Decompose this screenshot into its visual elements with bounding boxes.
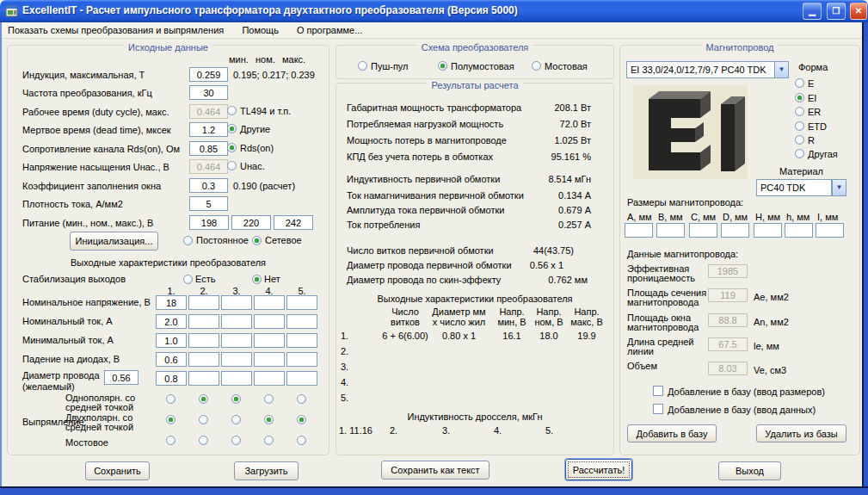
rect-r2c5-radio[interactable] — [297, 415, 306, 424]
rect-r3c3-radio[interactable] — [231, 436, 241, 445]
supply-nom-input[interactable] — [231, 215, 271, 230]
shape-r-radio[interactable] — [795, 135, 804, 145]
other-driver-radio[interactable] — [227, 124, 237, 133]
dead-time-input[interactable] — [189, 122, 228, 137]
material-label: Материал — [779, 166, 823, 176]
rect-r3c5-radio[interactable] — [297, 436, 306, 445]
size-i-input[interactable] — [816, 223, 844, 238]
size-a-input[interactable] — [625, 223, 653, 238]
delete-from-db-button[interactable]: Удалить из базы — [756, 424, 846, 442]
nom-current-3[interactable] — [221, 314, 252, 329]
bridge-radio[interactable] — [532, 61, 541, 71]
wire-dia-1[interactable] — [156, 371, 187, 386]
add-to-db-button[interactable]: Добавить в базу — [627, 424, 717, 442]
calculate-button[interactable]: Рассчитать! — [565, 459, 632, 480]
halfbridge-radio[interactable] — [438, 61, 447, 71]
tl494-radio[interactable] — [227, 106, 237, 115]
init-button[interactable]: Инициализация... — [70, 232, 158, 251]
shape-er-radio[interactable] — [795, 107, 804, 116]
add-data-checkbox[interactable] — [653, 404, 663, 414]
shape-e-radio[interactable] — [795, 78, 804, 88]
exit-button[interactable]: Выход — [718, 461, 781, 480]
supply-max-input[interactable] — [274, 215, 313, 230]
diode-drop-1[interactable] — [156, 352, 187, 367]
rect-r1c2-radio[interactable] — [199, 394, 208, 404]
diode-drop-4[interactable] — [254, 352, 285, 367]
close-button[interactable]: ✕ — [850, 3, 867, 20]
window-fill-input[interactable] — [189, 178, 228, 193]
rect-r3c1-radio[interactable] — [166, 436, 175, 445]
rect-r1c1-radio[interactable] — [166, 394, 175, 404]
size-c-input[interactable] — [689, 223, 717, 238]
diode-drop-3[interactable] — [221, 352, 252, 367]
nom-current-4[interactable] — [254, 314, 285, 329]
wire-dia-4[interactable] — [254, 371, 285, 386]
stab-no-radio[interactable] — [252, 275, 262, 284]
nom-voltage-5[interactable] — [286, 295, 317, 310]
size-d-input[interactable] — [721, 223, 749, 238]
rect-r1c4-radio[interactable] — [264, 394, 274, 404]
pushpull-label: Пуш-пул — [371, 61, 409, 71]
core-select-arrow-icon[interactable]: ▼ — [774, 61, 789, 78]
menu-item-help[interactable]: Помощь — [234, 22, 286, 35]
min-current-1[interactable] — [156, 333, 187, 348]
supply-min-input[interactable] — [189, 215, 229, 230]
wire-dia-5[interactable] — [286, 371, 317, 386]
minimize-button[interactable]: ▁ — [803, 3, 822, 20]
shape-etd-radio[interactable] — [795, 121, 804, 131]
current-density-input[interactable] — [189, 196, 228, 211]
shape-ei-radio[interactable] — [795, 93, 804, 102]
rect-r2c3-radio[interactable] — [231, 415, 241, 424]
frequency-input[interactable] — [189, 85, 228, 100]
shape-other-radio[interactable] — [795, 149, 804, 158]
rect-r3c2-radio[interactable] — [199, 436, 208, 445]
rds-radio[interactable] — [227, 143, 237, 152]
min-current-4[interactable] — [254, 333, 285, 348]
pushpull-radio[interactable] — [358, 61, 367, 71]
nom-voltage-3[interactable] — [221, 295, 252, 310]
load-button[interactable]: Загрузить — [234, 461, 299, 480]
core-select[interactable]: EI 33,0/24,0/12,7/9,7 PC40 TDK — [626, 61, 775, 78]
rect-r2c2-radio[interactable] — [199, 415, 208, 424]
size-c-label: С, мм — [691, 212, 716, 222]
induction-input[interactable] — [189, 67, 228, 82]
material-select-arrow-icon[interactable]: ▼ — [832, 179, 846, 196]
diode-drop-2[interactable] — [188, 352, 219, 367]
wire-dia-desired[interactable] — [104, 370, 139, 385]
supply-label: Питание (мин., ном., макс.), В — [22, 218, 153, 228]
nom-current-1[interactable] — [156, 314, 187, 329]
rds-on-input[interactable] — [189, 141, 228, 156]
save-button[interactable]: Сохранить — [85, 461, 150, 480]
min-current-2[interactable] — [188, 333, 219, 348]
add-sizes-checkbox[interactable] — [653, 386, 663, 396]
rect-r1c5-radio[interactable] — [297, 394, 306, 404]
nom-current-2[interactable] — [188, 314, 219, 329]
wire-dia-2[interactable] — [188, 371, 219, 386]
stab-yes-radio[interactable] — [183, 275, 193, 284]
size-hs-input[interactable] — [785, 223, 813, 238]
material-select[interactable]: PC40 TDK — [756, 179, 832, 196]
size-h-input[interactable] — [754, 223, 782, 238]
diode-drop-5[interactable] — [286, 352, 317, 367]
duty-cycle-label: Рабочее время (duty cycle), макс. — [22, 107, 169, 117]
menu-item-about[interactable]: О программе... — [289, 22, 370, 35]
unas-radio[interactable] — [227, 161, 237, 170]
nom-voltage-2[interactable] — [188, 295, 219, 310]
ac-supply-radio[interactable] — [252, 236, 262, 245]
min-current-3[interactable] — [221, 333, 252, 348]
menu-item-schemes[interactable]: Показать схемы преобразования и выпрямле… — [0, 22, 231, 35]
rect-r2c4-radio[interactable] — [264, 415, 274, 424]
rect-r2c1-radio[interactable] — [166, 415, 175, 424]
rect-r3c4-radio[interactable] — [264, 436, 274, 445]
save-as-text-button[interactable]: Сохранить как текст — [381, 461, 489, 480]
maximize-button[interactable]: ❒ — [827, 3, 846, 20]
choke-3: 3. — [442, 425, 450, 436]
size-b-input[interactable] — [656, 223, 685, 238]
rect-r1c3-radio[interactable] — [231, 394, 241, 404]
nom-voltage-4[interactable] — [254, 295, 285, 310]
min-current-5[interactable] — [286, 333, 317, 348]
nom-voltage-1[interactable] — [156, 295, 187, 310]
nom-current-5[interactable] — [286, 314, 317, 329]
dc-supply-radio[interactable] — [183, 236, 193, 245]
wire-dia-3[interactable] — [221, 371, 252, 386]
